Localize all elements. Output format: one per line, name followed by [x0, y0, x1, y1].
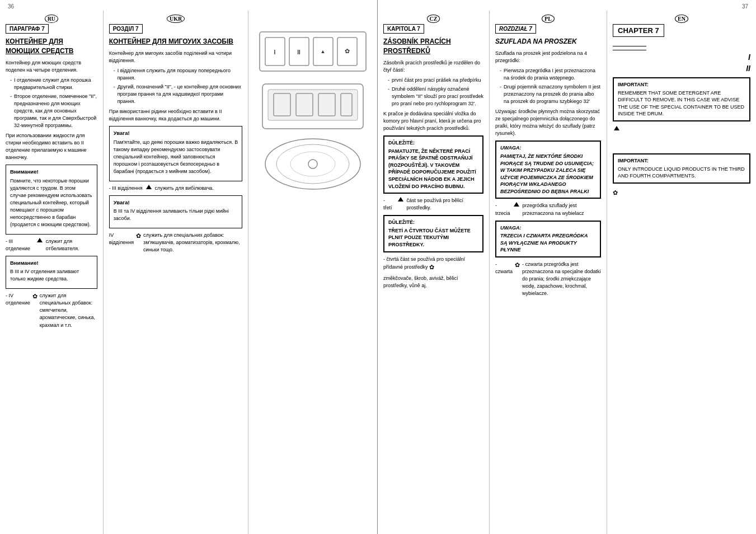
flag-badge-ru: RU — [45, 15, 58, 23]
important-box-cz-1: DŮLEŽITÉ: PAMATUJTE, ŽE NĚKTERÉ PRACÍ PR… — [383, 135, 483, 194]
column-ukr: UKR РОЗДІЛ 7 КОНТЕЙНЕР ДЛЯ МИГОУИХ ЗАСОБ… — [104, 11, 249, 534]
warning-text-ukr-2: В III та IV відділення заливають тільки … — [114, 208, 238, 222]
triangle-icon-pl — [514, 202, 519, 207]
svg-text:I: I — [274, 49, 276, 55]
triangle-icon-cz — [398, 197, 403, 202]
column-ru: RU ПАРАГРАФ 7 КОНТЕЙНЕР ДЛЯ МОЮЩИХ СРЕДС… — [0, 11, 104, 534]
warning-text-ukr-1: Пам'ятайте, що деякі порошки важко видал… — [114, 139, 238, 175]
triangle-icon-ukr — [146, 185, 152, 189]
intro-ukr: Контейнер для мигоуих засобів поділений … — [109, 50, 243, 64]
flower-icon-ukr: ✿ — [136, 232, 141, 254]
flag-ru: RU — [6, 15, 97, 22]
warning-title-ru-2: Внимание! — [10, 259, 93, 266]
bullets-cz: - první část pro prací prášek na předpír… — [388, 77, 483, 107]
warning-box-ru-2: Внимание! В III и IV отделения заливают … — [6, 256, 97, 289]
flower-icon-cz: ✿ — [429, 263, 434, 272]
section-title-cz: ZÁSOBNÍK PRACÍCH PROSTŘEDKŮ — [383, 37, 483, 56]
svg-point-15 — [265, 139, 360, 189]
triangle-icon-ru — [37, 238, 43, 242]
section-label-pl: ROZDZIAŁ 7 — [495, 24, 536, 34]
warning-box-pl-2: UWAGA: TRZECIA I CZWARTA PRZEGRÓDKA SĄ W… — [495, 221, 601, 257]
intro-pl: Szuflada na proszek jest podzielona na 4… — [495, 50, 601, 64]
extra-text-cz: K pračce je dodávána speciální vložka do… — [383, 110, 483, 132]
warning-text-pl-2: TRZECIA I CZWARTA PRZEGRÓDKA SĄ WYŁĄCZNI… — [500, 232, 596, 254]
compartment4-cz: - čtvrtá část se používá pro speciální p… — [383, 256, 483, 272]
liquid-text-pl: Używając środków płynnych można skorzyst… — [495, 108, 601, 137]
liquid-text-ukr: При використанні рідини необхідно встави… — [109, 108, 243, 123]
triangle-icon-en — [614, 126, 619, 130]
flag-badge-en: EN — [675, 15, 688, 23]
warning-title-ukr-2: Увага! — [114, 199, 238, 206]
column-pl: PL ROZDZIAŁ 7 SZUFLADA NA PROSZEK Szufla… — [490, 11, 607, 534]
bullets-pl: - Pierwsza przegródka I jest przeznaczon… — [500, 67, 601, 105]
warning-title-pl-1: UWAGA: — [500, 144, 596, 152]
important-box-en-1: IMPORTANT: REMEMBER THAT SOME DETERGENT … — [613, 77, 750, 121]
important-title-cz-1: DŮLEŽITÉ: — [388, 139, 478, 147]
svg-text:✿: ✿ — [345, 48, 350, 54]
section-label-ukr: РОЗДІЛ 7 — [109, 24, 143, 34]
compartment4-ukr: IV відділення ✿ служить для спеціальних … — [109, 232, 243, 254]
flag-ukr: UKR — [109, 15, 243, 22]
images-column: I II ▲ ✿ — [248, 11, 377, 534]
bullet-ru-1: - I отделение служит для порошка предвар… — [10, 77, 97, 91]
important-text-cz-2: TŘETÍ A ČTVRTOU ČÁST MŮŽETE PLNIT POUZE … — [388, 227, 478, 249]
intro-cz: Zásobník pracích prostředků je rozdělen … — [383, 59, 483, 74]
divider-line-en-2 — [613, 50, 646, 50]
flag-pl: PL — [495, 15, 601, 22]
compartment4-pl: - czwarta ✿ - czwarta przegródka jest pr… — [495, 261, 601, 297]
svg-point-18 — [308, 160, 317, 168]
compartment4-detail-cz: změkčovače, škrob, aviváž, bělicí prostř… — [383, 275, 483, 289]
flower-icon-pl: ✿ — [515, 261, 520, 297]
compartment3-ukr: - III відділення служить для вибілювача. — [109, 185, 243, 192]
svg-text:▲: ▲ — [321, 49, 326, 54]
bullet-cz-1: - první část pro prací prášek na předpír… — [388, 77, 483, 84]
important-text-en-2: ONLY INTRODUCE LIQUID PRODUCTS IN THE TH… — [618, 166, 745, 180]
bullet-ukr-1: - I відділення служить для порошку попер… — [114, 67, 243, 82]
bullet-ukr-2: - Другий, позначений "II", - це контейне… — [114, 83, 243, 105]
warning-text-ru-2: В III и IV отделения заливают только жид… — [10, 268, 93, 283]
section-title-ru: КОНТЕЙНЕР ДЛЯ МОЮЩИХ СРЕДСТВ — [6, 37, 97, 56]
compartment4-ru: - IV отделение ✿ служит для специальных … — [6, 292, 97, 329]
section-title-ukr: КОНТЕЙНЕР ДЛЯ МИГОУИХ ЗАСОБІВ — [109, 37, 243, 46]
section-title-pl: SZUFLADA NA PROSZEK — [495, 37, 601, 46]
flag-badge-ukr: UKR — [167, 15, 185, 23]
bullets-ukr: - I відділення служить для порошку попер… — [114, 67, 243, 105]
warning-box-ukr-1: Увага! Пам'ятайте, що деякі порошки важк… — [109, 126, 243, 181]
warning-box-ru-1: Внимание! Помните, что некоторые порошки… — [6, 165, 97, 235]
page-number-right: 37 — [378, 0, 756, 11]
column-cz: CZ KAPITOLA 7 ZÁSOBNÍK PRACÍCH PROSTŘEDK… — [378, 11, 490, 534]
bullet-cz-2: - Druhé oddělení násypky označené symbol… — [388, 86, 483, 107]
warning-title-ru-1: Внимание! — [10, 168, 93, 175]
flag-en: EN — [613, 15, 750, 22]
compartment3-pl: - trzecia przegródka szuflady jest przez… — [495, 202, 601, 217]
important-text-cz-1: PAMATUJTE, ŽE NĚKTERÉ PRACÍ PRÁŠKY SE ŠP… — [388, 148, 478, 190]
svg-point-17 — [290, 152, 335, 176]
warning-text-ru-1: Помните, что некоторые порошки удаляются… — [10, 177, 93, 228]
appliance-diagram-3 — [257, 136, 369, 192]
bullets-ru: - I отделение служит для порошка предвар… — [10, 77, 97, 129]
flower-icon-en: ✿ — [613, 189, 618, 196]
bullet-pl-1: - Pierwsza przegródka I jest przeznaczon… — [500, 67, 601, 82]
warning-text-pl-1: PAMIĘTAJ, ŻE NIEKTÓRE ŚRODKI PIORĄCE SĄ … — [500, 153, 596, 195]
important-box-cz-2: DŮLEŽITÉ: TŘETÍ A ČTVRTOU ČÁST MŮŽETE PL… — [383, 215, 483, 252]
compartment3-cz: - třetí část se používá pro bělicí prost… — [383, 197, 483, 212]
important-title-cz-2: DŮLEŽITÉ: — [388, 219, 478, 226]
section-label-en: CHAPTER 7 — [613, 24, 664, 37]
intro-ru: Контейнер для моющих средств поделен на … — [6, 59, 97, 74]
warning-title-pl-2: UWAGA: — [500, 224, 596, 232]
divider-line-en-1 — [613, 46, 646, 46]
flower-icon-ru: ✿ — [32, 292, 37, 329]
bullet-ru-2: - Второе отделение, помеченное "II", пре… — [10, 93, 97, 129]
appliance-diagram-2 — [257, 81, 369, 132]
roman-II-en: II — [746, 64, 750, 73]
flag-cz: CZ — [383, 15, 483, 22]
compartment3-ru: - III отделение служит для отбеливателя. — [6, 238, 97, 252]
important-box-en-2: IMPORTANT: ONLY INTRODUCE LIQUID PRODUCT… — [613, 153, 750, 184]
bullet-pl-2: - Drugi pojemnik oznaczony symbolem II j… — [500, 83, 601, 105]
important-title-en-2: IMPORTANT: — [618, 157, 745, 165]
appliance-diagram-1: I II ▲ ✿ — [257, 26, 369, 77]
section-label-ru: ПАРАГРАФ 7 — [6, 24, 49, 34]
warning-box-ukr-2: Увага! В III та IV відділення заливають … — [109, 195, 243, 228]
roman-I-en: I — [748, 53, 750, 62]
column-en: EN CHAPTER 7 I II IMPORTANT: REMEMBER TH… — [607, 11, 756, 534]
